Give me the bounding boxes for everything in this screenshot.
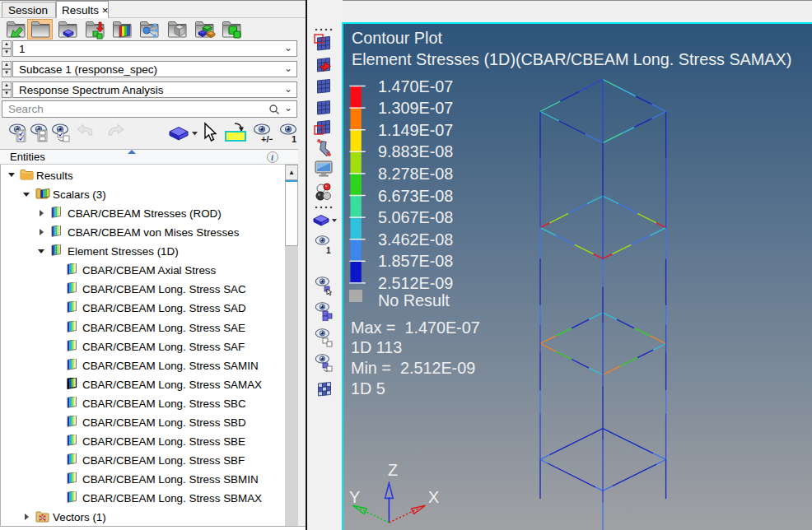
svg-text:9.883E-08: 9.883E-08 — [378, 142, 453, 160]
svg-text:Min = 2.512E-09: Min = 2.512E-09 — [351, 359, 475, 377]
svg-text:Element Stresses (1D)(CBAR/CBE: Element Stresses (1D)(CBAR/CBEAM Long. S… — [352, 50, 791, 68]
svg-text:1D 5: 1D 5 — [351, 379, 385, 398]
svg-text:1.470E-07: 1.470E-07 — [378, 77, 453, 95]
svg-text:Contour Plot: Contour Plot — [352, 29, 442, 47]
svg-text:1: 1 — [326, 246, 331, 254]
svg-text:1D 113: 1D 113 — [351, 338, 402, 356]
svg-text:1: 1 — [292, 134, 296, 143]
svg-text:8.278E-08: 8.278E-08 — [378, 165, 453, 183]
svg-text:X: X — [428, 488, 439, 506]
svg-text:3.462E-08: 3.462E-08 — [378, 230, 453, 249]
svg-text:Z: Z — [388, 461, 398, 479]
svg-text:1.857E-08: 1.857E-08 — [378, 252, 453, 270]
svg-text:+/−: +/− — [261, 134, 273, 143]
svg-text:Max = 1.470E-07: Max = 1.470E-07 — [351, 318, 480, 337]
svg-text:5.067E-08: 5.067E-08 — [378, 208, 453, 226]
svg-text:2.512E-09: 2.512E-09 — [378, 274, 453, 292]
svg-text:No Result: No Result — [378, 291, 450, 309]
svg-text:1.309E-07: 1.309E-07 — [378, 99, 453, 117]
svg-text:6.673E-08: 6.673E-08 — [378, 187, 453, 205]
svg-text:Y: Y — [349, 488, 360, 506]
svg-text:1.149E-07: 1.149E-07 — [378, 121, 453, 139]
